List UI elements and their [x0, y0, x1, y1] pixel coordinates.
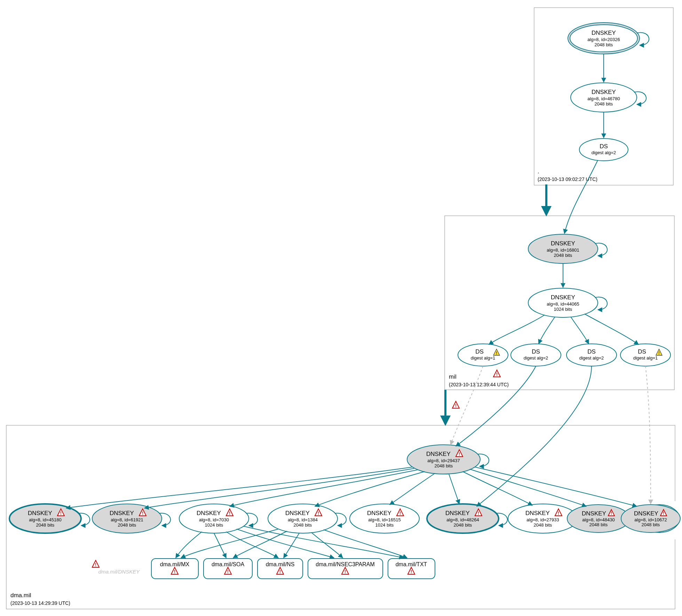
edge-ksk-48430	[470, 469, 586, 506]
svg-text:!: !	[459, 452, 460, 457]
svg-text:DNSKEY: DNSKEY	[197, 510, 221, 516]
svg-text:alg=8, id=48430: alg=8, id=48430	[582, 517, 614, 522]
node-dma-16515: DNSKEY alg=8, id=16515 1024 bits !	[350, 504, 419, 533]
svg-text:2048 bits: 2048 bits	[454, 522, 472, 528]
svg-text:!: !	[663, 511, 664, 516]
svg-text:2048 bits: 2048 bits	[642, 522, 660, 527]
e-7030-mx	[176, 532, 202, 558]
svg-point-9	[579, 139, 628, 161]
svg-text:alg=8, id=27933: alg=8, id=27933	[526, 517, 559, 522]
svg-text:!: !	[455, 403, 457, 408]
svg-text:!: !	[95, 562, 96, 567]
svg-text:dma.mil/TXT: dma.mil/TXT	[396, 561, 427, 567]
edge-ksk-61921	[144, 468, 414, 508]
e-1384-mx	[181, 529, 278, 558]
edge-ksk-27933	[463, 472, 532, 505]
svg-text:DNSKEY: DNSKEY	[551, 240, 575, 247]
edge-ksk-48264	[449, 474, 459, 504]
svg-text:DS: DS	[587, 348, 596, 355]
svg-text:2048 bits: 2048 bits	[534, 522, 552, 528]
svg-text:!: !	[174, 569, 175, 574]
svg-text:dma.mil/SOA: dma.mil/SOA	[212, 561, 245, 567]
edge-milzsk-ds1	[489, 315, 545, 345]
rr-mx: dma.mil/MX !	[151, 559, 198, 579]
svg-text:dma.mil/NSEC3PARAM: dma.mil/NSEC3PARAM	[316, 561, 375, 567]
node-dma-45180: DNSKEY alg=8, id=45180 2048 bits !	[9, 504, 81, 533]
node-mil-ds4: DS digest alg=1 !	[620, 344, 671, 366]
svg-text:!: !	[399, 511, 401, 516]
svg-text:!: !	[60, 511, 62, 516]
rr-txt: dma.mil/TXT !	[388, 559, 435, 579]
zone-label-root: .	[538, 168, 539, 175]
node-dma-1384: DNSKEY alg=8, id=1384 2048 bits !	[268, 504, 338, 533]
svg-text:2048 bits: 2048 bits	[589, 522, 608, 527]
svg-text:alg=8, id=7030: alg=8, id=7030	[199, 517, 229, 522]
node-dma-10672-fix: DNSKEY alg=8, id=10672 2048 bits !	[621, 505, 680, 532]
svg-text:2048 bits: 2048 bits	[36, 522, 55, 528]
svg-text:digest alg=1: digest alg=1	[471, 355, 495, 361]
zone-label-dmamil: dma.mil	[10, 592, 31, 599]
node-mil-zsk: DNSKEY alg=8, id=44065 1024 bits	[528, 288, 598, 317]
svg-text:DNSKEY: DNSKEY	[634, 510, 658, 517]
svg-point-28	[566, 344, 617, 366]
svg-text:DNSKEY: DNSKEY	[551, 294, 575, 301]
svg-point-31	[620, 344, 671, 366]
svg-text:DNSKEY: DNSKEY	[110, 510, 134, 516]
edge-milzsk-ds2	[539, 317, 555, 344]
node-root-zsk: DNSKEY alg=8, id=46780 2048 bits	[571, 83, 637, 112]
node-root-ksk: DNSKEY alg=8, id=20326 2048 bits	[568, 23, 640, 54]
node-mil-ds2: DS digest alg=2	[511, 344, 561, 366]
svg-text:alg=8, id=10672: alg=8, id=10672	[634, 517, 667, 522]
svg-text:2048 bits: 2048 bits	[595, 42, 613, 47]
svg-text:!: !	[318, 511, 319, 516]
svg-text:alg=8, id=20326: alg=8, id=20326	[587, 37, 620, 42]
svg-text:alg=8, id=48264: alg=8, id=48264	[446, 517, 479, 522]
e-7030-soa	[214, 533, 226, 558]
svg-text:DNSKEY: DNSKEY	[367, 510, 391, 516]
svg-text:1024 bits: 1024 bits	[205, 522, 223, 528]
svg-text:1024 bits: 1024 bits	[375, 522, 394, 528]
rr-soa: dma.mil/SOA !	[204, 559, 252, 579]
node-dma-7030: DNSKEY alg=8, id=7030 1024 bits !	[179, 504, 249, 533]
edge-ds2-dmaksk	[456, 366, 536, 446]
svg-text:dma.mil/DNSKEY: dma.mil/DNSKEY	[98, 569, 140, 575]
svg-text:!: !	[227, 569, 229, 574]
svg-text:digest alg=2: digest alg=2	[524, 355, 548, 361]
zone-ts-mil: (2023-10-13 12:39:44 UTC)	[449, 382, 509, 387]
node-dma-ksk: DNSKEY alg=8, id=29437 2048 bits !	[407, 445, 480, 474]
svg-text:alg=8, id=44065: alg=8, id=44065	[547, 301, 579, 307]
svg-text:!: !	[478, 511, 479, 516]
svg-text:!: !	[411, 569, 412, 574]
svg-text:2048 bits: 2048 bits	[294, 522, 312, 528]
svg-text:DNSKEY: DNSKEY	[426, 451, 451, 457]
svg-text:alg=8, id=16801: alg=8, id=16801	[547, 247, 579, 253]
node-dma-61921: DNSKEY alg=8, id=61921 2048 bits !	[92, 504, 162, 533]
svg-text:DS: DS	[638, 348, 646, 355]
svg-point-25	[511, 344, 561, 366]
svg-text:!: !	[496, 372, 498, 377]
svg-text:DNSKEY: DNSKEY	[445, 510, 470, 516]
svg-text:DS: DS	[600, 143, 608, 150]
edge-ds4-10672	[645, 366, 651, 504]
edge-ksk-7030	[230, 470, 418, 506]
mil-zone-warning-icon: !	[493, 370, 500, 377]
e-1384-txt	[324, 530, 407, 558]
edge-milzsk-ds3	[571, 317, 589, 344]
e-1384-soa	[233, 531, 287, 558]
svg-text:2048 bits: 2048 bits	[435, 463, 453, 468]
svg-text:DNSKEY: DNSKEY	[28, 510, 52, 516]
svg-text:DNSKEY: DNSKEY	[592, 89, 616, 95]
svg-text:digest alg=1: digest alg=1	[633, 355, 658, 361]
edge-milzsk-ds4	[585, 314, 639, 345]
deleg-warning-icon: !	[452, 401, 459, 408]
zone-ts-dmamil: (2023-10-13 14:29:39 UTC)	[10, 600, 70, 606]
edge-rootds-milksk	[564, 160, 598, 234]
node-dma-48430-fix: DNSKEY alg=8, id=48430 2048 bits !	[567, 505, 630, 532]
rr-nsec3param: dma.mil/NSEC3PARAM !	[308, 559, 383, 579]
svg-text:2048 bits: 2048 bits	[554, 253, 572, 258]
node-dma-48264: DNSKEY alg=8, id=48264 2048 bits !	[427, 504, 499, 533]
svg-text:alg=8, id=16515: alg=8, id=16515	[368, 517, 401, 522]
node-root-ds: DS digest alg=2	[579, 139, 628, 161]
edge-ksk-10672	[475, 467, 637, 506]
e-7030-nsec	[237, 529, 334, 558]
